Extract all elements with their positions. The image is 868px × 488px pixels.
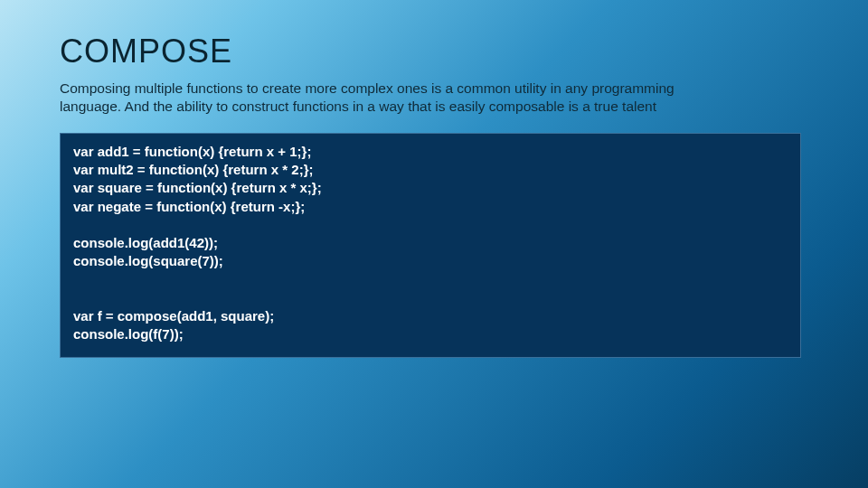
code-block: var add1 = function(x) {return x + 1;}; … xyxy=(60,133,801,358)
slide: COMPOSE Composing multiple functions to … xyxy=(0,0,868,488)
slide-description: Composing multiple functions to create m… xyxy=(60,80,711,117)
slide-title: COMPOSE xyxy=(60,33,808,70)
